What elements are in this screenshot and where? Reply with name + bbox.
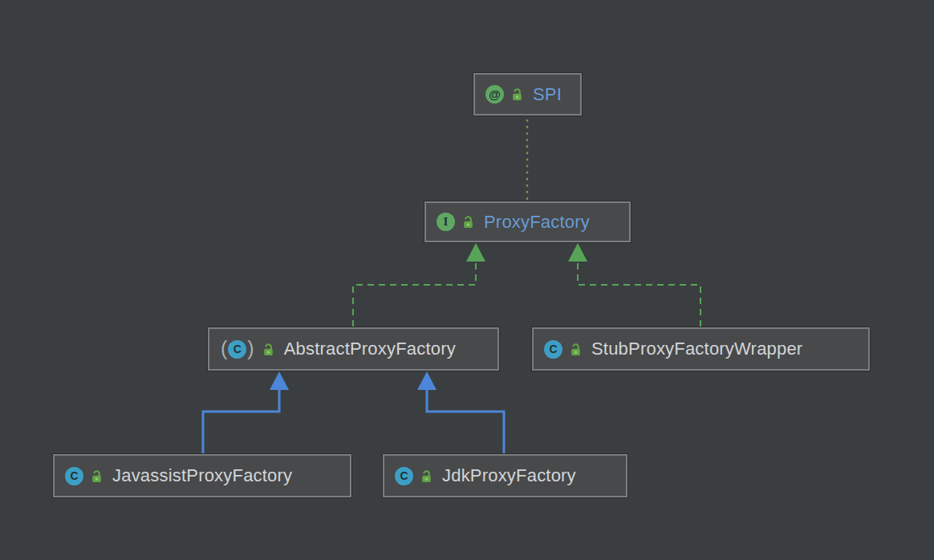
class-glyph: C [65,467,83,485]
public-visibility-lock-icon [510,87,523,101]
implements-arrowhead-icon [466,243,485,262]
class-glyph: C [544,340,562,359]
public-visibility-lock-icon [262,343,274,356]
edge-jdkproxyfactory-to-abstractproxyfactory[interactable] [417,371,504,453]
node-label: SPI [533,84,562,105]
public-visibility-lock-icon [461,215,474,229]
edge-stubproxyfactorywrapper-to-proxyfactory[interactable] [568,243,700,327]
node-label: AbstractProxyFactory [284,339,456,359]
abstract-paren-open: ( [221,340,227,357]
class-icon: C [395,467,413,485]
node-proxyfactory[interactable]: I ProxyFactory [424,201,631,242]
extends-edge-line [203,388,279,453]
node-label: StubProxyFactoryWrapper [591,339,802,359]
implements-edge-line [578,261,700,327]
public-visibility-lock-icon [569,343,582,356]
node-label: JavassistProxyFactory [112,465,292,486]
extends-arrowhead-icon [417,371,437,390]
public-visibility-lock-icon [90,469,103,483]
edge-javassistproxyfactory-to-abstractproxyfactory[interactable] [203,371,289,453]
interface-glyph: I [437,213,455,231]
class-icon: C [544,340,562,359]
node-jdkproxyfactory[interactable]: C JdkProxyFactory [383,454,627,497]
node-abstractproxyfactory[interactable]: ( C ) AbstractProxyFactory [208,327,499,371]
annotation-icon: @ [485,85,504,103]
node-label: JdkProxyFactory [442,465,576,486]
abstract-paren-close: ) [247,340,254,357]
implements-arrowhead-icon [568,243,587,262]
annotation-glyph: @ [485,85,504,103]
uml-diagram-canvas: @ SPI I ProxyFactory ( C ) [0,0,934,560]
extends-edge-line [427,388,504,453]
node-stubproxyfactorywrapper[interactable]: C StubProxyFactoryWrapper [532,327,870,371]
public-visibility-lock-icon [420,469,432,483]
implements-edge-line [353,261,476,327]
extends-arrowhead-icon [270,371,289,390]
abstract-class-icon: ( C ) [220,340,255,359]
node-spi[interactable]: @ SPI [473,73,582,116]
node-javassistproxyfactory[interactable]: C JavassistProxyFactory [53,454,351,497]
class-glyph: C [395,467,413,485]
class-glyph: C [228,340,246,359]
class-icon: C [65,467,83,485]
edge-abstractproxyfactory-to-proxyfactory[interactable] [353,243,485,327]
interface-icon: I [437,213,455,231]
node-label: ProxyFactory [484,212,590,233]
